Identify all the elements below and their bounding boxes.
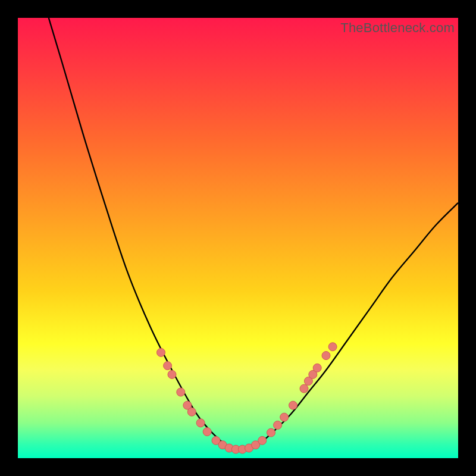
chart-svg [18, 18, 458, 458]
chart-plot-area: TheBottleneck.com [18, 18, 458, 458]
curve-marker [177, 388, 185, 396]
curve-marker [274, 421, 282, 430]
curve-marker [187, 408, 196, 416]
curve-marker [280, 413, 289, 421]
curve-marker [328, 343, 337, 351]
curve-marker [289, 401, 298, 409]
bottleneck-curve [49, 18, 458, 449]
curve-marker [164, 362, 172, 370]
curve-marker [168, 370, 176, 378]
curve-marker [196, 419, 205, 427]
curve-marker [322, 352, 330, 360]
curve-marker [267, 428, 275, 437]
curve-marker [313, 364, 321, 372]
curve-marker [157, 348, 165, 356]
curve-marker [300, 384, 308, 393]
curve-markers [157, 343, 337, 453]
curve-marker [203, 428, 211, 436]
curve-marker [258, 436, 267, 444]
